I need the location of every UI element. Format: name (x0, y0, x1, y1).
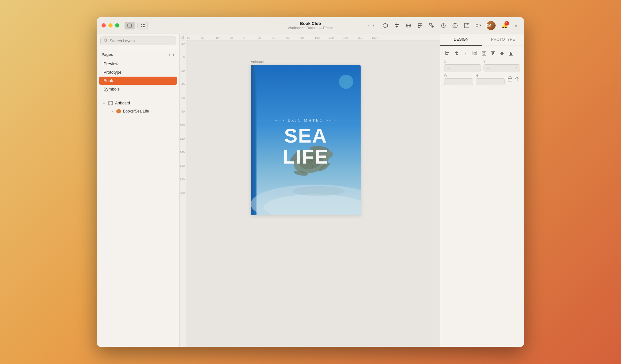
distribute-v-button[interactable] (480, 50, 487, 57)
add-page-icon[interactable]: + (168, 52, 171, 57)
canvas-area[interactable]: -80 -60 -40 -20 0 20 40 60 80 100 120 14… (180, 34, 440, 347)
svg-rect-23 (109, 101, 113, 105)
align-icon[interactable] (393, 22, 400, 29)
page-item-prototype[interactable]: Prototype (99, 68, 177, 76)
svg-rect-54 (446, 54, 448, 55)
search-icon (104, 38, 108, 43)
right-panel-content: ⋮ (440, 46, 524, 347)
add-chevron[interactable]: ▾ (373, 24, 375, 27)
scale-icon[interactable] (463, 22, 470, 29)
toolbar-right: + ▾ (365, 21, 519, 30)
pages-title: Pages (102, 52, 113, 57)
layer-item-books-sea-life[interactable]: › Books/Sea Life (97, 107, 179, 115)
svg-rect-20 (464, 23, 469, 28)
search-bar (97, 34, 179, 48)
ruler-corner (180, 34, 186, 40)
svg-rect-53 (446, 52, 449, 53)
x-field-wrap: X — (444, 60, 481, 71)
distribute-h-button[interactable] (471, 50, 478, 57)
layer-sub-expand-icon[interactable]: › (110, 109, 114, 113)
svg-point-19 (453, 23, 457, 28)
h-label: H (476, 74, 505, 78)
svg-rect-61 (474, 52, 476, 54)
h-field[interactable]: — (476, 78, 505, 85)
svg-rect-32 (182, 37, 184, 38)
wh-row: W — H — (444, 74, 520, 85)
svg-rect-13 (420, 24, 422, 26)
y-label: Y (484, 60, 520, 64)
minimize-button[interactable] (108, 23, 113, 27)
page-item-symbols[interactable]: Symbols (99, 85, 177, 93)
search-input-wrap[interactable] (100, 37, 176, 45)
layer-label-artboard: Artboard (115, 101, 130, 105)
title-bar: Book Club Workspace Docu... — Edited + ▾ (97, 17, 524, 34)
component-icon[interactable] (417, 22, 424, 29)
grid-view-button[interactable] (137, 22, 148, 29)
align-center-h-button[interactable] (453, 50, 460, 57)
constraint-buttons (507, 76, 520, 83)
svg-rect-7 (395, 24, 399, 25)
pen-icon[interactable] (452, 22, 459, 29)
page-item-book[interactable]: Book (99, 77, 177, 85)
constrain-proportions-button[interactable] (507, 76, 513, 83)
maximize-button[interactable] (115, 23, 119, 27)
flip-button[interactable] (514, 76, 520, 83)
y-field-wrap: Y — ° (484, 60, 520, 71)
x-field[interactable]: — (444, 64, 481, 71)
xy-row: X — Y — ° (444, 60, 520, 71)
history-icon[interactable] (440, 22, 447, 29)
symbol-icon (116, 109, 121, 113)
distribute-icon[interactable] (405, 22, 412, 29)
svg-rect-64 (483, 52, 485, 54)
h-field-wrap: H — (476, 74, 505, 85)
align-tools: ⋮ (444, 50, 520, 57)
more-menu-icon[interactable]: ••• (493, 24, 496, 27)
view-toggles (125, 22, 148, 29)
svg-rect-3 (141, 26, 142, 27)
align-top-button[interactable] (489, 50, 496, 57)
expand-panel-icon[interactable]: » (512, 22, 519, 29)
svg-rect-34 (251, 65, 256, 215)
align-middle-v-button[interactable] (498, 50, 506, 57)
artboard-frame[interactable]: ~~~ ERIC MATEO ~~~ SEA LIFE (251, 65, 361, 215)
create-component-icon[interactable] (428, 22, 435, 29)
avatar[interactable]: EM ••• (486, 21, 496, 30)
app-subtitle: Workspace Docu... — Edited (288, 26, 333, 30)
w-field[interactable]: — (444, 78, 473, 85)
mask-icon[interactable] (382, 22, 389, 29)
view-options-icon[interactable]: ⊡ ▾ (475, 22, 482, 29)
svg-rect-2 (143, 24, 145, 25)
artboard-icon (108, 101, 113, 106)
toolbar-add: + ▾ (365, 22, 375, 29)
layer-expand-icon[interactable]: ▾ (102, 101, 106, 105)
add-icon[interactable]: + (365, 22, 372, 29)
align-left-button[interactable] (444, 50, 451, 57)
y-field[interactable]: — ° (484, 64, 520, 71)
single-view-button[interactable] (125, 22, 135, 29)
align-bottom-button[interactable] (507, 50, 515, 57)
right-panel: DESIGN PROTOTYPE ⋮ (440, 34, 524, 347)
pages-chevron-icon[interactable]: ▾ (173, 53, 175, 57)
pages-header: Pages + ▾ (97, 51, 179, 59)
svg-rect-8 (396, 26, 398, 27)
right-panel-tabs: DESIGN PROTOTYPE (440, 34, 524, 46)
app-title: Book Club (300, 21, 321, 26)
tab-design[interactable]: DESIGN (440, 34, 482, 46)
rotation-unit: ° (516, 66, 517, 70)
align-more-button[interactable]: ⋮ (462, 50, 469, 57)
ruler-top: -80 -60 -40 -20 0 20 40 60 80 100 120 14… (186, 34, 440, 40)
artboard-label: Artboard (251, 60, 361, 64)
avatar-initials: EM (486, 24, 492, 27)
search-input[interactable] (110, 39, 172, 43)
svg-rect-4 (143, 26, 145, 27)
close-button[interactable] (102, 23, 106, 27)
svg-text:SEA: SEA (284, 124, 327, 147)
tab-prototype[interactable]: PROTOTYPE (482, 34, 524, 46)
layers-section: ▾ Artboard › Books/Sea Life (97, 96, 179, 347)
traffic-lights (102, 23, 119, 27)
svg-rect-1 (141, 24, 142, 25)
pages-section: Pages + ▾ Preview Prototype Book Symbols (97, 48, 179, 96)
canvas-bg[interactable]: Artboard (186, 40, 440, 347)
page-item-preview[interactable]: Preview (99, 60, 177, 68)
layer-item-artboard[interactable]: ▾ Artboard (97, 99, 179, 107)
